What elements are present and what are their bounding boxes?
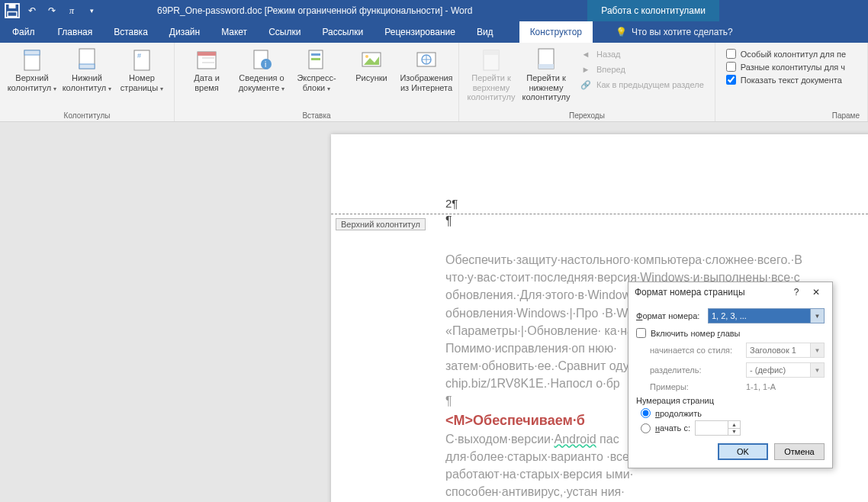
body-line: Обеспечить·защиту·настольного·компьютера…	[445, 251, 868, 269]
goto-header-icon	[479, 47, 503, 72]
page-number-format-dialog: Формат номера страницы ? ✕ Формат номера…	[628, 282, 833, 468]
svg-point-21	[365, 55, 368, 58]
header-tag-label: Верхний колонтитул	[336, 218, 426, 230]
bulb-icon: 💡	[616, 27, 627, 37]
footer-icon	[75, 47, 99, 72]
start-at-radio[interactable]: начать с: ▲▼	[641, 420, 825, 436]
group-label-headers: Колонтитулы	[5, 111, 169, 121]
tab-layout[interactable]: Макет	[211, 21, 258, 43]
date-time-button[interactable]: Дата и время	[179, 44, 234, 95]
ribbon-tabs: Файл Главная Вставка Дизайн Макет Ссылки…	[0, 21, 868, 43]
spin-down-icon[interactable]: ▼	[728, 429, 740, 436]
number-format-label: Формат номера:	[636, 311, 703, 320]
document-info-button[interactable]: i Сведения о документе ▾	[234, 44, 289, 95]
svg-rect-17	[311, 53, 320, 56]
svg-rect-4	[24, 50, 40, 55]
link-previous-icon: 🔗	[580, 79, 592, 91]
doc-info-icon: i	[249, 47, 274, 72]
nav-forward-icon: ►	[580, 63, 592, 76]
group-label-navigation: Переходы	[464, 111, 710, 121]
group-label-insert: Вставка	[179, 111, 454, 121]
pictures-button[interactable]: Рисунки	[344, 44, 399, 86]
dialog-titlebar[interactable]: Формат номера страницы ? ✕	[628, 282, 832, 302]
cancel-button[interactable]: Отмена	[774, 443, 825, 460]
quick-parts-icon	[304, 47, 329, 72]
svg-rect-7	[134, 50, 149, 70]
svg-rect-6	[79, 64, 95, 69]
tab-header-footer-design[interactable]: Конструктор	[519, 21, 593, 43]
different-first-page-checkbox[interactable]: Особый колонтитул для пе	[726, 49, 846, 59]
group-label-options: Параме	[720, 111, 863, 121]
chevron-down-icon: ▼	[810, 343, 824, 357]
ribbon-group-options: Особый колонтитул для пе Разные колонтит…	[715, 43, 868, 121]
title-bar: ↶ ↷ π ▾ 69PR_One-password.doc [Режим огр…	[0, 0, 868, 21]
contextual-tab-title: Работа с колонтитулами	[587, 0, 719, 21]
tab-review[interactable]: Рецензирование	[374, 21, 466, 43]
header-icon	[20, 47, 44, 72]
save-button[interactable]	[3, 2, 21, 20]
dialog-title-text: Формат номера страницы	[635, 287, 745, 298]
number-format-combo[interactable]: 1, 2, 3, ... ▼	[708, 308, 825, 323]
tab-insert[interactable]: Вставка	[103, 21, 159, 43]
goto-footer-button[interactable]: Перейти к нижнему колонтитулу	[519, 44, 574, 105]
spin-up-icon[interactable]: ▲	[728, 421, 740, 429]
page-number-icon: #	[130, 47, 154, 72]
qat-customize-button[interactable]: ▾	[82, 2, 101, 20]
dialog-help-button[interactable]: ?	[786, 283, 806, 301]
svg-rect-18	[311, 58, 320, 60]
page-numbering-label: Нумерация страниц	[636, 396, 825, 405]
different-odd-even-checkbox[interactable]: Разные колонтитулы для ч	[726, 62, 846, 72]
nav-forward-button: ► Вперед	[578, 63, 706, 76]
svg-rect-2	[8, 12, 17, 17]
undo-button[interactable]: ↶	[23, 2, 41, 20]
header-button[interactable]: Верхний колонтитул ▾	[5, 44, 59, 95]
svg-rect-27	[538, 64, 554, 69]
picture-icon	[359, 47, 384, 72]
tab-design[interactable]: Дизайн	[159, 21, 211, 43]
ribbon: Верхний колонтитул ▾ Нижний колонтитул ▾…	[0, 43, 868, 122]
svg-rect-25	[484, 50, 499, 55]
tab-view[interactable]: Вид	[466, 21, 504, 43]
equation-button[interactable]: π	[63, 2, 81, 20]
goto-footer-icon	[534, 47, 558, 72]
page-number-button[interactable]: # Номер страницы ▾	[114, 44, 169, 95]
examples-value: 1-1, 1-A	[746, 382, 776, 391]
tab-file[interactable]: Файл	[0, 21, 47, 43]
include-chapter-checkbox[interactable]: Включить номер главы	[636, 328, 825, 338]
starts-with-style-label: начинается со стиля:	[650, 346, 741, 355]
quick-access-toolbar: ↶ ↷ π ▾	[0, 2, 104, 20]
goto-header-button: Перейти к верхнему колонтитулу	[464, 44, 519, 105]
tab-mailings[interactable]: Рассылки	[311, 21, 374, 43]
continue-radio[interactable]: продолжить	[641, 408, 825, 418]
ribbon-group-navigation: Перейти к верхнему колонтитулу Перейти к…	[459, 43, 715, 121]
start-at-spinner[interactable]: ▲▼	[695, 420, 741, 436]
dialog-close-button[interactable]: ✕	[806, 283, 826, 301]
separator-label: разделитель:	[650, 365, 741, 375]
tab-references[interactable]: Ссылки	[258, 21, 311, 43]
footer-button[interactable]: Нижний колонтитул ▾	[59, 44, 114, 95]
nav-back-button: ◄ Назад	[578, 47, 706, 61]
svg-text:#: #	[137, 52, 141, 60]
svg-rect-1	[9, 4, 16, 8]
ok-button[interactable]: OK	[718, 443, 768, 460]
online-pictures-button[interactable]: Изображения из Интернета	[399, 44, 454, 95]
header-page-number: 2¶	[445, 195, 868, 212]
tab-home[interactable]: Главная	[47, 21, 104, 43]
window-title: 69PR_One-password.doc [Режим ограниченно…	[157, 5, 472, 16]
examples-label: Примеры:	[650, 382, 741, 391]
tell-me-search[interactable]: 💡 Что вы хотите сделать?	[616, 21, 733, 43]
chevron-down-icon: ▼	[810, 309, 824, 323]
online-pictures-icon	[414, 47, 439, 72]
body-line: способен·антивирус,·устан ния·	[445, 483, 868, 500]
separator-combo[interactable]: - (дефис) ▼	[746, 362, 825, 378]
header-pilcrow: ¶	[445, 212, 868, 230]
chapter-style-combo[interactable]: Заголовок 1 ▼	[746, 343, 825, 358]
show-document-text-checkbox[interactable]: Показать текст документа	[726, 75, 846, 85]
chevron-down-icon: ▼	[810, 363, 824, 377]
tell-me-placeholder: Что вы хотите сделать?	[632, 27, 733, 37]
calendar-icon	[194, 47, 219, 72]
redo-button[interactable]: ↷	[43, 2, 61, 20]
header-separator	[331, 214, 868, 214]
link-to-previous-button: 🔗 Как в предыдущем разделе	[578, 78, 706, 92]
quick-parts-button[interactable]: Экспресс-блоки ▾	[289, 44, 344, 95]
